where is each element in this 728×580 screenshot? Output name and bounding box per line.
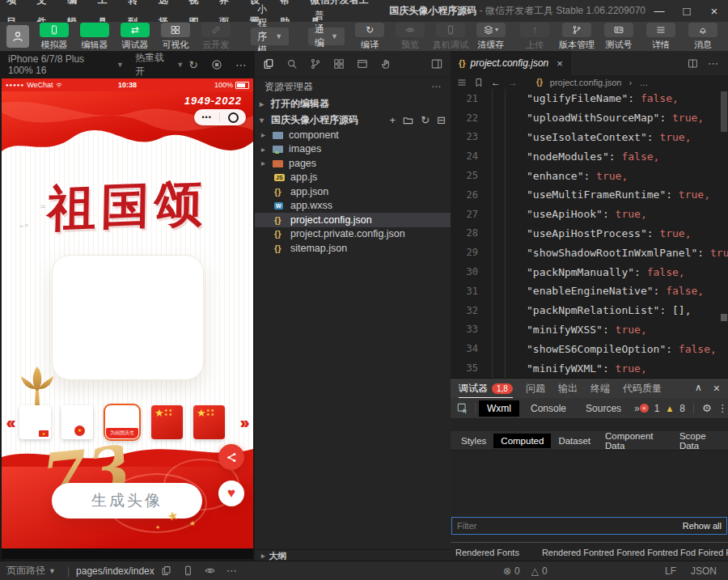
search-icon[interactable] <box>286 58 298 70</box>
collapse-all-icon[interactable]: ⊟ <box>437 114 446 126</box>
close-panel-icon[interactable]: × <box>713 382 720 395</box>
styles-subtab[interactable]: Dataset <box>551 434 598 448</box>
page-path-select[interactable]: 页面路径 <box>6 564 45 578</box>
gear-icon[interactable]: ⚙ <box>702 402 712 414</box>
frame-thumbnail[interactable]: ★ <box>61 405 93 439</box>
files-icon[interactable] <box>263 58 274 70</box>
debugger-tab[interactable]: 调试器 1,8 <box>459 379 513 398</box>
file-tree-item[interactable]: project.private.config.json <box>255 227 451 242</box>
error-icon[interactable]: × <box>640 404 649 413</box>
debugger-tab[interactable]: 终端 <box>590 379 610 398</box>
project-root-section[interactable]: ▾ 国庆头像小程序源码 + ↻ ⊟ <box>255 112 451 128</box>
file-tree-item[interactable]: app.js <box>255 171 451 185</box>
frame-thumbnail[interactable]: ★★★ ★★ <box>193 405 225 439</box>
panel-toggle-button[interactable]: 模拟器 <box>36 23 73 51</box>
frame-thumbnail-selected[interactable]: 为祖国庆生 <box>104 404 141 441</box>
toolbar-action-button[interactable]: 详情 <box>642 23 679 51</box>
debugger-tab[interactable]: 输出 <box>558 379 578 398</box>
close-icon[interactable]: × <box>700 0 728 22</box>
carousel-prev-icon[interactable]: « <box>2 413 19 432</box>
file-tree-item[interactable]: ▸ images <box>255 142 451 157</box>
debugger-tab[interactable]: 代码质量 <box>623 379 662 398</box>
styles-subtab[interactable]: Component Data <box>598 429 672 453</box>
split-editor-icon[interactable] <box>688 58 698 69</box>
more-icon[interactable]: ⋯ <box>235 58 247 71</box>
warning-icon[interactable]: ▲ <box>665 404 674 413</box>
extensions-icon[interactable] <box>333 58 345 70</box>
compile-mode-select[interactable]: 普通编译▼ <box>308 28 345 45</box>
breadcrumb-more[interactable]: … <box>639 78 648 87</box>
refresh-icon[interactable]: ↻ <box>421 114 430 126</box>
device-icon[interactable] <box>183 565 193 576</box>
kebab-menu-icon[interactable]: ⋮ <box>717 402 728 414</box>
mode-select[interactable]: 小程序模式▼ <box>251 28 289 45</box>
file-tree-item[interactable]: project.config.json <box>255 213 451 227</box>
file-tree-item[interactable]: app.json <box>255 184 451 199</box>
miniprogram-capsule[interactable]: ••• <box>194 109 246 125</box>
git-icon[interactable] <box>310 58 321 70</box>
generate-avatar-button[interactable]: 生成头像 <box>52 483 202 519</box>
more-icon[interactable]: ⋯ <box>708 57 718 70</box>
styles-subtab[interactable]: Computed <box>493 434 551 448</box>
minimize-icon[interactable]: — <box>645 0 673 22</box>
share-button[interactable] <box>218 444 244 470</box>
outline-section[interactable]: ▸ 大纲 <box>255 549 451 561</box>
hand-icon[interactable] <box>380 58 392 70</box>
breadcrumb-file[interactable]: project.config.json <box>550 78 622 87</box>
problem-counts[interactable]: ⊗0 △0 <box>503 565 548 577</box>
inspect-element-icon[interactable] <box>451 403 476 414</box>
refresh-icon[interactable]: ↻ <box>188 58 198 71</box>
frame-thumbnail[interactable]: ★ <box>19 405 51 439</box>
panel-toggle-button[interactable]: 云开发 <box>197 23 235 51</box>
bookmark-icon[interactable] <box>474 78 484 87</box>
toolbar-action-button[interactable]: 测试号 <box>600 23 637 51</box>
code-editor[interactable]: 21 uglifyFileName: false, 22 uploadWithS… <box>451 89 728 378</box>
devtools-tab[interactable]: Console <box>523 400 574 417</box>
file-tree-item[interactable]: app.wxss <box>255 199 451 214</box>
avatar-preview-card[interactable] <box>52 255 204 380</box>
maximize-icon[interactable]: □ <box>673 0 700 22</box>
eye-icon[interactable] <box>205 565 215 576</box>
styles-subtab[interactable]: Scope Data <box>672 429 728 453</box>
like-button[interactable]: ♥ <box>218 481 244 506</box>
collapse-panel-icon[interactable]: ∧ <box>695 382 702 395</box>
toolbar-action-button[interactable]: 消息 <box>684 23 722 51</box>
exit-icon[interactable] <box>228 112 239 123</box>
language-indicator[interactable]: JSON <box>691 565 717 577</box>
toolbar-action-button[interactable]: 版本管理 <box>558 23 595 51</box>
new-file-icon[interactable]: + <box>390 114 396 126</box>
collapse-sidebar-icon[interactable] <box>431 58 442 70</box>
copy-path-icon[interactable] <box>161 565 171 576</box>
debugger-tab[interactable]: 问题 <box>526 379 545 398</box>
user-avatar[interactable] <box>6 25 29 48</box>
list-icon[interactable] <box>457 78 467 87</box>
file-tree-item[interactable]: ▸ component <box>255 128 451 142</box>
file-tree-item[interactable]: sitemap.json <box>255 241 451 256</box>
devtools-tab[interactable]: Wxml <box>479 400 519 417</box>
eol-indicator[interactable]: LF <box>665 565 676 577</box>
styles-subtab[interactable]: Styles <box>454 434 493 448</box>
panel-toggle-button[interactable]: 编辑器 <box>76 23 113 51</box>
toolbar-action-button[interactable]: 预览 <box>392 23 429 51</box>
file-tree-item[interactable]: ▸ pages <box>255 156 451 171</box>
forward-icon[interactable]: → <box>508 77 518 88</box>
more-icon[interactable]: ⋯ <box>431 81 441 92</box>
stop-icon[interactable] <box>211 59 222 70</box>
scrollbar-thumb[interactable] <box>721 91 727 132</box>
more-icon[interactable]: ⋯ <box>226 565 237 577</box>
devtools-tab[interactable]: Sources <box>578 400 629 417</box>
panel-toggle-button[interactable]: 可视化 <box>157 23 194 51</box>
hot-reload-select[interactable]: 热重载 开 <box>135 51 171 78</box>
panel-toggle-button[interactable]: ⇄ 调试器 <box>116 23 154 51</box>
editor-tab[interactable]: {} project.config.json × <box>451 51 571 75</box>
more-icon[interactable]: ••• <box>201 113 211 121</box>
toolbar-action-button[interactable]: ▾ 清缓存 <box>472 23 510 51</box>
window-icon[interactable] <box>357 58 368 70</box>
open-editors-section[interactable]: ▸ 打开的编辑器 <box>255 95 451 112</box>
carousel-next-icon[interactable]: » <box>235 413 253 432</box>
toolbar-action-button[interactable]: ↑ 上传 <box>516 23 553 51</box>
toolbar-action-button[interactable]: ↻ 编译 <box>351 23 388 51</box>
close-tab-icon[interactable]: × <box>557 57 563 70</box>
device-select[interactable]: iPhone 6/7/8 Plus 100% 16 <box>8 53 112 76</box>
show-all-label[interactable]: Rehow all <box>683 521 722 531</box>
